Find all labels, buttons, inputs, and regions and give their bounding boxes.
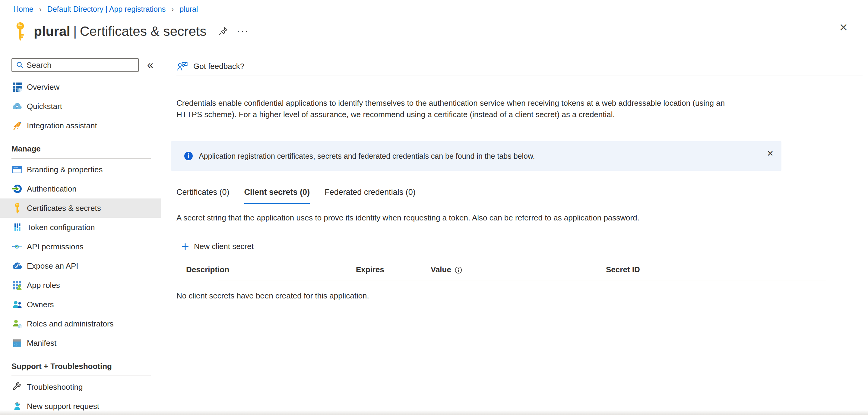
sidebar-item-expose-an-api[interactable]: Expose an API: [0, 256, 161, 276]
api-permissions-icon: [11, 241, 23, 253]
secrets-table-header: Description Expires Value Secret ID: [177, 265, 868, 274]
code-window-icon: { }: [11, 337, 23, 349]
sidebar-item-label: App roles: [27, 281, 60, 290]
sidebar-item-label: API permissions: [27, 242, 84, 251]
tab-federated-credentials[interactable]: Federated credentials (0): [324, 187, 415, 204]
tab-certificates[interactable]: Certificates (0): [177, 187, 229, 204]
tab-bar: Certificates (0) Client secrets (0) Fede…: [177, 187, 868, 204]
blade-header: plural|Certificates & secrets ···: [14, 20, 868, 45]
page-title: plural|Certificates & secrets: [34, 24, 207, 39]
blade-sidebar: « Overview: [0, 58, 161, 415]
new-client-secret-label: New client secret: [194, 242, 254, 251]
people-icon: [11, 299, 23, 311]
page-title-app: plural: [34, 24, 70, 39]
sidebar-item-label: Quickstart: [27, 102, 62, 111]
sidebar-item-authentication[interactable]: Authentication: [0, 179, 161, 199]
section-divider: [11, 376, 151, 376]
new-client-secret-button[interactable]: New client secret: [181, 242, 289, 251]
client-secret-description: A secret string that the application use…: [177, 213, 868, 222]
tab-client-secrets[interactable]: Client secrets (0): [244, 187, 310, 204]
column-value-label: Value: [431, 265, 451, 274]
breadcrumb-home-link[interactable]: Home: [13, 5, 33, 13]
wrench-icon: [11, 381, 23, 393]
sidebar-item-troubleshooting[interactable]: Troubleshooting: [0, 377, 161, 396]
sidebar-section-manage: Manage: [0, 144, 161, 153]
sidebar-item-label: Branding & properties: [27, 165, 102, 174]
sidebar-item-label: Owners: [27, 300, 54, 309]
sidebar-section-support: Support + Troubleshooting: [0, 362, 161, 371]
search-input[interactable]: [27, 61, 138, 70]
svg-text:www: www: [13, 167, 18, 169]
sidebar-item-new-support-request[interactable]: New support request: [0, 396, 161, 415]
sidebar-item-label: Roles and administrators: [27, 319, 114, 328]
sidebar-item-label: Manifest: [27, 339, 56, 348]
column-secret-id: Secret ID: [606, 265, 640, 274]
support-person-icon: [11, 400, 23, 412]
sign-in-icon: [11, 183, 23, 195]
sidebar-item-roles-administrators[interactable]: Roles and administrators: [0, 314, 161, 334]
table-header-divider: [218, 280, 826, 280]
collapse-sidebar-button[interactable]: «: [147, 59, 153, 71]
quickstart-icon: [11, 100, 23, 112]
breadcrumb-app-registrations-link[interactable]: Default Directory | App registrations: [48, 5, 166, 13]
browser-window-icon: www: [11, 164, 23, 176]
sliders-icon: [11, 221, 23, 233]
pin-icon: [218, 32, 228, 37]
sidebar-item-api-permissions[interactable]: API permissions: [0, 237, 161, 256]
breadcrumb-plural-link[interactable]: plural: [180, 5, 198, 13]
column-description: Description: [186, 265, 356, 274]
sidebar-item-branding-properties[interactable]: www Branding & properties: [0, 160, 161, 179]
sidebar-item-label: Overview: [27, 82, 59, 92]
grid-person-icon: [11, 279, 23, 291]
sidebar-item-certificates-secrets[interactable]: Certificates & secrets: [0, 199, 161, 218]
sidebar-item-integration-assistant[interactable]: Integration assistant: [0, 116, 161, 135]
info-banner-close-button[interactable]: ✕: [767, 150, 774, 158]
blade-close-button[interactable]: ✕: [839, 22, 848, 33]
overview-icon: [11, 81, 23, 93]
person-cube-icon: [11, 318, 23, 330]
empty-state-message: No client secrets have been created for …: [177, 291, 868, 301]
section-divider: [11, 158, 151, 159]
sidebar-item-label: Integration assistant: [27, 121, 97, 130]
column-expires: Expires: [356, 265, 431, 274]
key-icon: [14, 22, 27, 44]
sidebar-search[interactable]: [11, 58, 139, 72]
breadcrumb-separator: ›: [171, 5, 174, 13]
sidebar-item-label: Troubleshooting: [27, 382, 83, 392]
sidebar-item-quickstart[interactable]: Quickstart: [0, 97, 161, 116]
got-feedback-button[interactable]: Got feedback?: [177, 59, 279, 73]
rocket-icon: [11, 119, 23, 132]
sidebar-item-app-roles[interactable]: App roles: [0, 276, 161, 295]
breadcrumb: Home › Default Directory | App registrat…: [0, 0, 868, 13]
sidebar-item-label: Token configuration: [27, 223, 95, 232]
toolbar-divider: [177, 76, 863, 76]
sidebar-item-label: New support request: [27, 402, 99, 411]
credentials-description: Credentials enable confidential applicat…: [177, 97, 752, 120]
sidebar-item-owners[interactable]: Owners: [0, 295, 161, 314]
info-icon: [184, 151, 193, 161]
pin-button[interactable]: [218, 26, 228, 37]
sidebar-item-token-configuration[interactable]: Token configuration: [0, 218, 161, 237]
breadcrumb-separator: ›: [39, 5, 42, 13]
key-icon: [11, 202, 23, 214]
got-feedback-label: Got feedback?: [193, 62, 244, 71]
sidebar-item-label: Certificates & secrets: [27, 204, 101, 213]
svg-text:{ }: { }: [14, 343, 18, 346]
search-icon: [16, 61, 24, 69]
column-value: Value: [431, 265, 606, 274]
page-title-separator: |: [73, 24, 77, 39]
sidebar-item-manifest[interactable]: { } Manifest: [0, 334, 161, 353]
more-commands-button[interactable]: ···: [237, 26, 249, 37]
info-banner: Application registration certificates, s…: [171, 141, 781, 171]
cloud-gear-icon: [11, 260, 23, 272]
sidebar-item-label: Expose an API: [27, 262, 79, 271]
blade-content: Got feedback? Credentials enable confide…: [161, 58, 868, 415]
sidebar-item-label: Authentication: [27, 184, 76, 194]
feedback-icon: [177, 61, 188, 72]
page-title-section: Certificates & secrets: [80, 24, 207, 39]
plus-icon: [181, 242, 189, 251]
info-banner-text: Application registration certificates, s…: [199, 152, 535, 161]
sidebar-item-overview[interactable]: Overview: [0, 77, 161, 97]
value-info-icon[interactable]: [455, 266, 462, 274]
